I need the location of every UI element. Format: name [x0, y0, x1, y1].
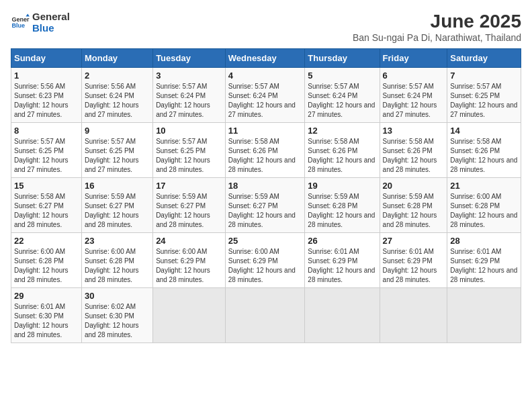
day-info: Sunrise: 5:57 AM Sunset: 6:25 PM Dayligh…: [156, 137, 222, 175]
day-info: Sunrise: 5:59 AM Sunset: 6:28 PM Dayligh…: [308, 192, 376, 230]
calendar-cell: 21 Sunrise: 6:00 AM Sunset: 6:28 PM Dayl…: [447, 178, 521, 233]
logo-text-line1: General: [32, 11, 70, 22]
weekday-header: Saturday: [447, 49, 521, 68]
day-number: 8: [14, 126, 79, 136]
page-title: June 2025: [353, 11, 521, 32]
day-number: 11: [228, 126, 302, 136]
day-info: Sunrise: 6:00 AM Sunset: 6:29 PM Dayligh…: [156, 247, 222, 285]
calendar-table: SundayMondayTuesdayWednesdayThursdayFrid…: [11, 48, 521, 343]
calendar-cell: 10 Sunrise: 5:57 AM Sunset: 6:25 PM Dayl…: [153, 123, 226, 178]
title-area: June 2025 Ban Su-ngai Pa Di, Narathiwat,…: [353, 11, 521, 43]
weekday-header: Friday: [380, 49, 447, 68]
day-info: Sunrise: 5:56 AM Sunset: 6:24 PM Dayligh…: [85, 82, 150, 120]
calendar-cell: 26 Sunrise: 6:01 AM Sunset: 6:29 PM Dayl…: [305, 233, 380, 288]
calendar-cell: 15 Sunrise: 5:58 AM Sunset: 6:27 PM Dayl…: [11, 178, 82, 233]
day-number: 20: [383, 181, 445, 191]
day-number: 23: [85, 236, 150, 246]
day-number: 22: [14, 236, 79, 246]
calendar-cell: 12 Sunrise: 5:58 AM Sunset: 6:26 PM Dayl…: [305, 123, 380, 178]
weekday-header-row: SundayMondayTuesdayWednesdayThursdayFrid…: [11, 49, 521, 68]
calendar-cell: 20 Sunrise: 5:59 AM Sunset: 6:28 PM Dayl…: [380, 178, 447, 233]
calendar-cell: 23 Sunrise: 6:00 AM Sunset: 6:28 PM Dayl…: [81, 233, 152, 288]
day-number: 30: [85, 291, 150, 301]
calendar-cell: 17 Sunrise: 5:59 AM Sunset: 6:27 PM Dayl…: [153, 178, 226, 233]
day-info: Sunrise: 5:58 AM Sunset: 6:26 PM Dayligh…: [450, 137, 518, 175]
svg-text:General: General: [11, 16, 30, 23]
svg-marker-2: [26, 13, 30, 16]
day-number: 7: [450, 71, 518, 81]
calendar-cell: 11 Sunrise: 5:58 AM Sunset: 6:26 PM Dayl…: [225, 123, 305, 178]
day-info: Sunrise: 5:59 AM Sunset: 6:27 PM Dayligh…: [85, 192, 150, 230]
weekday-header: Thursday: [305, 49, 380, 68]
header: General Blue General Blue June 2025 Ban …: [11, 11, 521, 43]
calendar-cell: 1 Sunrise: 5:56 AM Sunset: 6:23 PM Dayli…: [11, 68, 82, 123]
day-number: 26: [308, 236, 376, 246]
calendar-cell: 3 Sunrise: 5:57 AM Sunset: 6:24 PM Dayli…: [153, 68, 226, 123]
day-info: Sunrise: 6:01 AM Sunset: 6:29 PM Dayligh…: [308, 247, 376, 285]
day-number: 25: [228, 236, 302, 246]
day-number: 29: [14, 291, 79, 301]
calendar-cell: 4 Sunrise: 5:57 AM Sunset: 6:24 PM Dayli…: [225, 68, 305, 123]
day-number: 24: [156, 236, 222, 246]
day-number: 14: [450, 126, 518, 136]
day-info: Sunrise: 5:56 AM Sunset: 6:23 PM Dayligh…: [14, 82, 79, 120]
day-info: Sunrise: 6:01 AM Sunset: 6:29 PM Dayligh…: [450, 247, 518, 285]
day-number: 18: [228, 181, 302, 191]
day-number: 13: [383, 126, 445, 136]
day-info: Sunrise: 5:57 AM Sunset: 6:25 PM Dayligh…: [14, 137, 79, 175]
calendar-cell: 22 Sunrise: 6:00 AM Sunset: 6:28 PM Dayl…: [11, 233, 82, 288]
day-info: Sunrise: 5:57 AM Sunset: 6:24 PM Dayligh…: [156, 82, 222, 120]
day-info: Sunrise: 5:58 AM Sunset: 6:26 PM Dayligh…: [308, 137, 376, 175]
calendar-cell: 16 Sunrise: 5:59 AM Sunset: 6:27 PM Dayl…: [81, 178, 152, 233]
calendar-cell: 18 Sunrise: 5:59 AM Sunset: 6:27 PM Dayl…: [225, 178, 305, 233]
logo-text-line2: Blue: [32, 22, 70, 34]
day-info: Sunrise: 5:59 AM Sunset: 6:27 PM Dayligh…: [228, 192, 302, 230]
day-number: 27: [383, 236, 445, 246]
day-number: 3: [156, 71, 222, 81]
day-number: 6: [383, 71, 445, 81]
day-info: Sunrise: 5:57 AM Sunset: 6:24 PM Dayligh…: [228, 82, 302, 120]
day-info: Sunrise: 6:01 AM Sunset: 6:29 PM Dayligh…: [383, 247, 445, 285]
calendar-cell: 27 Sunrise: 6:01 AM Sunset: 6:29 PM Dayl…: [380, 233, 447, 288]
day-number: 28: [450, 236, 518, 246]
calendar-cell: 7 Sunrise: 5:57 AM Sunset: 6:25 PM Dayli…: [447, 68, 521, 123]
calendar-week-row: 15 Sunrise: 5:58 AM Sunset: 6:27 PM Dayl…: [11, 178, 521, 233]
calendar-cell: [380, 288, 447, 343]
day-info: Sunrise: 5:58 AM Sunset: 6:27 PM Dayligh…: [14, 192, 79, 230]
calendar-cell: 14 Sunrise: 5:58 AM Sunset: 6:26 PM Dayl…: [447, 123, 521, 178]
calendar-cell: 24 Sunrise: 6:00 AM Sunset: 6:29 PM Dayl…: [153, 233, 226, 288]
day-info: Sunrise: 5:58 AM Sunset: 6:26 PM Dayligh…: [383, 137, 445, 175]
day-info: Sunrise: 6:01 AM Sunset: 6:30 PM Dayligh…: [14, 302, 79, 340]
day-info: Sunrise: 6:00 AM Sunset: 6:28 PM Dayligh…: [14, 247, 79, 285]
day-number: 9: [85, 126, 150, 136]
calendar-cell: 19 Sunrise: 5:59 AM Sunset: 6:28 PM Dayl…: [305, 178, 380, 233]
calendar-cell: 29 Sunrise: 6:01 AM Sunset: 6:30 PM Dayl…: [11, 288, 82, 343]
calendar-cell: [225, 288, 305, 343]
calendar-cell: 6 Sunrise: 5:57 AM Sunset: 6:24 PM Dayli…: [380, 68, 447, 123]
day-info: Sunrise: 5:59 AM Sunset: 6:27 PM Dayligh…: [156, 192, 222, 230]
svg-text:Blue: Blue: [11, 22, 25, 29]
calendar-cell: 28 Sunrise: 6:01 AM Sunset: 6:29 PM Dayl…: [447, 233, 521, 288]
day-info: Sunrise: 6:00 AM Sunset: 6:29 PM Dayligh…: [228, 247, 302, 285]
page-subtitle: Ban Su-ngai Pa Di, Narathiwat, Thailand: [353, 32, 521, 43]
calendar-cell: [447, 288, 521, 343]
logo: General Blue General Blue: [11, 11, 70, 34]
day-info: Sunrise: 5:57 AM Sunset: 6:24 PM Dayligh…: [308, 82, 376, 120]
day-number: 19: [308, 181, 376, 191]
weekday-header: Tuesday: [153, 49, 226, 68]
day-number: 15: [14, 181, 79, 191]
day-info: Sunrise: 5:57 AM Sunset: 6:25 PM Dayligh…: [85, 137, 150, 175]
calendar-week-row: 8 Sunrise: 5:57 AM Sunset: 6:25 PM Dayli…: [11, 123, 521, 178]
calendar-cell: 30 Sunrise: 6:02 AM Sunset: 6:30 PM Dayl…: [81, 288, 152, 343]
day-info: Sunrise: 5:59 AM Sunset: 6:28 PM Dayligh…: [383, 192, 445, 230]
calendar-cell: [305, 288, 380, 343]
day-info: Sunrise: 6:00 AM Sunset: 6:28 PM Dayligh…: [450, 192, 518, 230]
calendar-cell: 9 Sunrise: 5:57 AM Sunset: 6:25 PM Dayli…: [81, 123, 152, 178]
day-number: 2: [85, 71, 150, 81]
day-number: 4: [228, 71, 302, 81]
day-info: Sunrise: 5:57 AM Sunset: 6:25 PM Dayligh…: [450, 82, 518, 120]
day-number: 17: [156, 181, 222, 191]
day-info: Sunrise: 6:02 AM Sunset: 6:30 PM Dayligh…: [85, 302, 150, 340]
day-number: 16: [85, 181, 150, 191]
calendar-week-row: 1 Sunrise: 5:56 AM Sunset: 6:23 PM Dayli…: [11, 68, 521, 123]
